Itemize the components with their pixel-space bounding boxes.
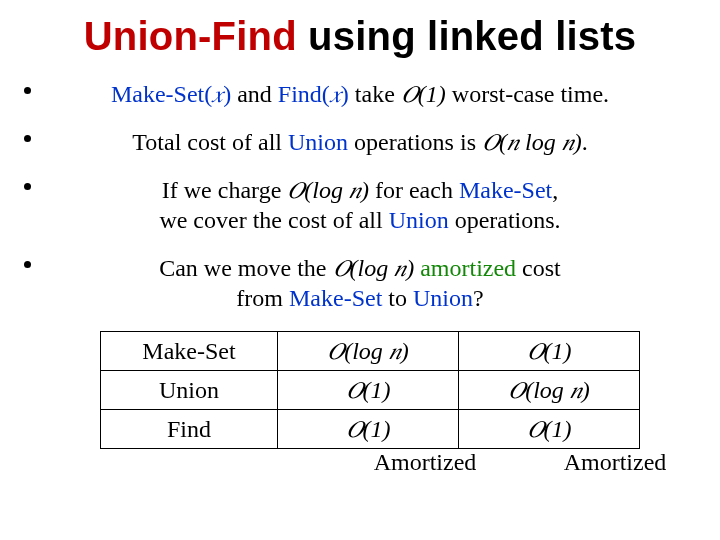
bullet-dot-icon	[24, 135, 31, 142]
bullet-dot-icon	[24, 87, 31, 94]
complexity-table: Make-Set 𝑂(log 𝑛) 𝑂(1) Union 𝑂(1) 𝑂(log …	[100, 331, 640, 449]
table-row: Make-Set 𝑂(log 𝑛) 𝑂(1)	[101, 332, 640, 371]
bullet-list: Make-Set(𝑥) and Find(𝑥) take 𝑂(1) worst-…	[30, 79, 690, 313]
slide-title: Union-Find using linked lists	[30, 14, 690, 59]
cell-op: Union	[101, 371, 278, 410]
cell-op: Find	[101, 410, 278, 449]
op-make-set: Make-Set	[459, 177, 552, 203]
op-make-set: Make-Set	[289, 285, 382, 311]
bullet-1: Make-Set(𝑥) and Find(𝑥) take 𝑂(1) worst-…	[30, 79, 690, 109]
bullet-2: Total cost of all Union operations is 𝑂(…	[30, 127, 690, 157]
cell-op: Make-Set	[101, 332, 278, 371]
table-footer: Amortized Amortized	[170, 449, 710, 476]
cell-cx: 𝑂(1)	[459, 332, 640, 371]
bullet-4: Can we move the 𝑂(log 𝑛) amortized cost …	[30, 253, 690, 313]
cell-cx: 𝑂(log 𝑛)	[459, 371, 640, 410]
complexity-logn: 𝑂(log 𝑛)	[287, 177, 369, 203]
amortized-col-label: Amortized	[330, 449, 520, 476]
complexity-o1: 𝑂(1)	[401, 81, 446, 107]
table-row: Union 𝑂(1) 𝑂(log 𝑛)	[101, 371, 640, 410]
op-make-set: Make-Set(𝑥)	[111, 81, 237, 107]
cell-cx: 𝑂(1)	[459, 410, 640, 449]
op-union: Union	[288, 129, 348, 155]
complexity-logn: 𝑂(log 𝑛)	[333, 255, 415, 281]
title-highlight: Union-Find	[84, 14, 297, 58]
op-union: Union	[413, 285, 473, 311]
op-union: Union	[389, 207, 449, 233]
cell-cx: 𝑂(log 𝑛)	[278, 332, 459, 371]
title-rest: using linked lists	[297, 14, 636, 58]
amortized-col-label: Amortized	[520, 449, 710, 476]
complexity-table-wrap: Make-Set 𝑂(log 𝑛) 𝑂(1) Union 𝑂(1) 𝑂(log …	[100, 331, 640, 476]
cell-cx: 𝑂(1)	[278, 371, 459, 410]
table-row: Find 𝑂(1) 𝑂(1)	[101, 410, 640, 449]
amortized-label: amortized	[420, 255, 516, 281]
slide: Union-Find using linked lists Make-Set(𝑥…	[0, 0, 720, 540]
complexity-nlogn: 𝑂(𝑛 log 𝑛)	[482, 129, 582, 155]
cell-cx: 𝑂(1)	[278, 410, 459, 449]
bullet-dot-icon	[24, 261, 31, 268]
bullet-3: If we charge 𝑂(log 𝑛) for each Make-Set,…	[30, 175, 690, 235]
op-find: Find(𝑥)	[278, 81, 355, 107]
bullet-dot-icon	[24, 183, 31, 190]
